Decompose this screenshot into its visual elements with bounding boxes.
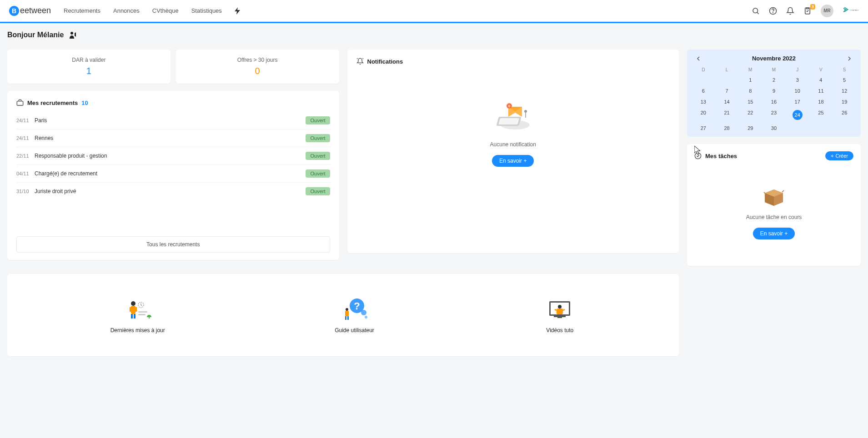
calendar-day[interactable]: 2 — [762, 75, 786, 85]
svg-point-15 — [695, 153, 701, 159]
calendar-day[interactable]: 14 — [715, 97, 739, 107]
svg-rect-7 — [17, 101, 23, 105]
greeting-row: Bonjour Mélanie — [7, 30, 861, 40]
recruitments-card: Mes recrutements 10 24/11 Paris Ouvert24… — [7, 91, 339, 260]
svg-rect-37 — [557, 317, 562, 318]
help-guide-label: Guide utilisateur — [335, 327, 374, 333]
recruitments-count: 10 — [81, 100, 88, 106]
tasks-empty: Aucune tâche en cours — [746, 214, 802, 220]
recruit-title: Chargé(e) de recrutement — [35, 170, 306, 177]
calendar-day[interactable]: 12 — [833, 86, 856, 96]
svg-rect-19 — [135, 307, 137, 312]
calendar-day[interactable]: 19 — [833, 97, 856, 107]
calendar-day[interactable]: 21 — [715, 108, 739, 122]
search-icon[interactable] — [752, 7, 760, 15]
nav-statistiques[interactable]: Statistiques — [191, 7, 222, 14]
calendar-day[interactable]: 23 — [762, 108, 786, 122]
avatar[interactable]: MR — [821, 5, 833, 17]
status-badge: Ouvert — [306, 134, 330, 142]
calendar-next-button[interactable] — [844, 55, 854, 62]
calendar-day[interactable]: 15 — [738, 97, 762, 107]
calendar-day[interactable]: 3 — [786, 75, 809, 85]
bell-icon[interactable] — [786, 7, 794, 15]
badge-count: 3 — [810, 4, 815, 10]
briefcase-icon — [16, 99, 24, 106]
svg-rect-36 — [554, 316, 566, 317]
calendar-day — [809, 123, 833, 133]
company-logo[interactable]: COMPANY — [843, 6, 859, 15]
calendar-day[interactable]: 29 — [738, 123, 762, 133]
svg-text:COMPANY: COMPANY — [850, 9, 859, 11]
recruit-row[interactable]: 24/11 Rennes Ouvert — [16, 129, 330, 147]
calendar-day — [786, 123, 809, 133]
svg-rect-21 — [134, 314, 135, 319]
calendar-day[interactable]: 10 — [786, 86, 809, 96]
status-badge: Ouvert — [306, 187, 330, 195]
calendar-day[interactable]: 27 — [692, 123, 715, 133]
calendar-day[interactable]: 20 — [692, 108, 715, 122]
nav-annonces[interactable]: Annonces — [113, 7, 140, 14]
updates-illustration — [122, 297, 154, 322]
calendar-day[interactable]: 17 — [786, 97, 809, 107]
calendar-day[interactable]: 26 — [833, 108, 856, 122]
help-guide[interactable]: ? Guide utilisateur — [335, 297, 374, 333]
calendar: Novembre 2022 DLMMJVS1234567891011121314… — [687, 50, 861, 137]
nav-cvtheque[interactable]: CVthèque — [152, 7, 179, 14]
calendar-day[interactable]: 1 — [738, 75, 762, 85]
calendar-day[interactable]: 13 — [692, 97, 715, 107]
calendar-dow: M — [738, 65, 762, 74]
status-badge: Ouvert — [306, 152, 330, 160]
tasks-title: Mes tâches — [705, 153, 737, 159]
calendar-day[interactable]: 24 — [786, 108, 809, 122]
recruit-row[interactable]: 22/11 Responsable produit - gestion Ouve… — [16, 147, 330, 165]
bolt-icon[interactable] — [235, 7, 240, 15]
notifications-title: Notifications — [367, 58, 403, 65]
svg-text:0: 0 — [508, 105, 510, 108]
calendar-day[interactable]: 7 — [715, 86, 739, 96]
calendar-day — [715, 75, 739, 85]
calendar-day[interactable]: 16 — [762, 97, 786, 107]
calendar-day[interactable]: 5 — [833, 75, 856, 85]
calendar-day[interactable]: 6 — [692, 86, 715, 96]
all-recruitments-button[interactable]: Tous les recrutements — [16, 236, 330, 253]
videos-illustration — [544, 297, 576, 322]
calendar-day[interactable]: 18 — [809, 97, 833, 107]
recruit-row[interactable]: 24/11 Paris Ouvert — [16, 112, 330, 129]
svg-point-28 — [361, 310, 366, 315]
help-videos[interactable]: Vidéos tuto — [544, 297, 576, 333]
calendar-day[interactable]: 22 — [738, 108, 762, 122]
calendar-day[interactable]: 28 — [715, 123, 739, 133]
calendar-day[interactable]: 30 — [762, 123, 786, 133]
status-badge: Ouvert — [306, 116, 330, 124]
recruit-row[interactable]: 04/11 Chargé(e) de recrutement Ouvert — [16, 165, 330, 183]
calendar-title: Novembre 2022 — [752, 55, 796, 62]
notifications-learn-more-button[interactable]: En savoir + — [492, 155, 534, 167]
help-videos-label: Vidéos tuto — [544, 327, 576, 333]
help-updates[interactable]: Dernières mises à jour — [110, 297, 165, 333]
calendar-day[interactable]: 25 — [809, 108, 833, 122]
calendar-day[interactable]: 8 — [738, 86, 762, 96]
recruit-date: 24/11 — [16, 118, 35, 123]
svg-rect-32 — [345, 316, 346, 320]
tasks-learn-more-button[interactable]: En savoir + — [753, 228, 795, 239]
nav-recrutements[interactable]: Recrutements — [64, 7, 100, 14]
calendar-day[interactable]: 4 — [809, 75, 833, 85]
svg-point-0 — [753, 8, 758, 13]
create-task-button[interactable]: + Créer — [825, 151, 853, 160]
svg-point-29 — [365, 316, 367, 319]
recruit-row[interactable]: 31/10 Juriste droit privé Ouvert — [16, 183, 330, 200]
recruitments-title: Mes recrutements — [27, 100, 78, 106]
clipboard-icon[interactable]: 3 — [803, 7, 812, 15]
recruit-title: Paris — [35, 117, 306, 124]
recruit-date: 04/11 — [16, 171, 35, 176]
logo-text: eetween — [20, 6, 51, 15]
calendar-dow: M — [762, 65, 786, 74]
calendar-prev-button[interactable] — [693, 55, 703, 62]
stat-dar[interactable]: DAR à valider 1 — [7, 50, 171, 84]
logo-icon: B — [9, 6, 19, 16]
stat-offers[interactable]: Offres > 30 jours 0 — [176, 50, 339, 84]
help-icon[interactable] — [769, 7, 777, 15]
calendar-day[interactable]: 9 — [762, 86, 786, 96]
calendar-day[interactable]: 11 — [809, 86, 833, 96]
logo[interactable]: Beetween — [9, 6, 51, 16]
